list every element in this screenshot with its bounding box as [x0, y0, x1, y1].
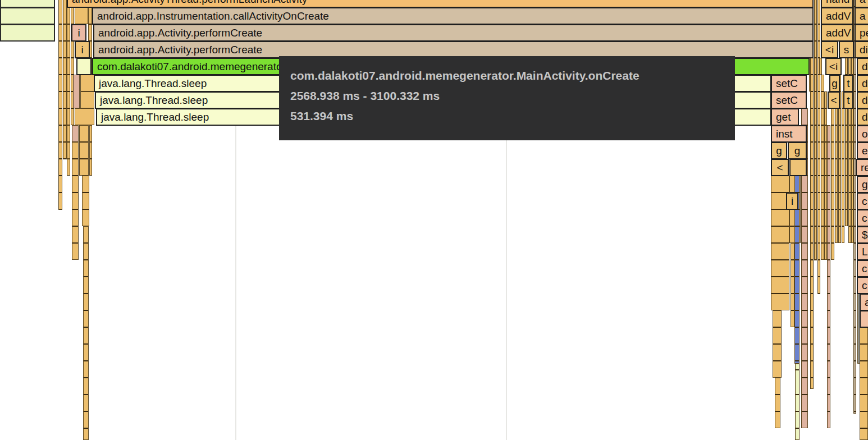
method-cell[interactable]: inst [771, 125, 807, 143]
call-stack-bar[interactable] [79, 125, 89, 176]
call-stack-bar[interactable] [75, 108, 94, 125]
tooltip-time-range: 2568.938 ms - 3100.332 ms [290, 90, 735, 102]
call-stack-bar[interactable] [73, 75, 80, 108]
method-cell[interactable]: i [786, 192, 798, 210]
method-cell[interactable]: t [843, 75, 853, 92]
method-cell[interactable]: c [857, 277, 868, 294]
flame-chart: android.app.ActivityThread.performLaunch… [0, 0, 868, 440]
method-cell[interactable]: d [857, 75, 868, 92]
method-cell[interactable]: <i [821, 41, 838, 58]
tooltip-method-name: com.dalakoti07.android.memegenerator.Mai… [290, 70, 735, 82]
call-stack-bar[interactable] [819, 58, 822, 75]
method-cell[interactable]: i [75, 41, 90, 58]
method-cell[interactable]: di [855, 41, 868, 58]
call-stack-bar[interactable] [831, 91, 834, 260]
call-stack-bar[interactable] [773, 310, 782, 378]
method-cell[interactable]: g [829, 75, 840, 92]
method-cell[interactable]: setC [771, 75, 807, 92]
method-cell[interactable]: < [828, 91, 840, 109]
method-cell[interactable]: s [839, 41, 854, 58]
call-stack-bar[interactable] [82, 176, 89, 226]
method-cell[interactable]: hand [821, 0, 853, 8]
method-cell[interactable]: re [856, 159, 868, 176]
call-stack-bar[interactable] [853, 0, 856, 414]
call-stack-bar[interactable] [63, 0, 67, 159]
call-stack-bar[interactable] [817, 0, 820, 294]
call-stack-bar[interactable] [835, 91, 838, 243]
method-cell[interactable]: L [857, 243, 868, 260]
method-cell[interactable]: t [843, 91, 853, 109]
method-cell[interactable] [76, 58, 92, 75]
method-cell[interactable]: <i [825, 58, 842, 75]
method-cell[interactable]: android.app.Activity.performCreate [93, 24, 814, 42]
thread-lane-block[interactable] [0, 7, 55, 25]
call-stack-bar[interactable] [80, 91, 94, 108]
method-cell[interactable]: a [855, 7, 868, 25]
method-cell[interactable]: c [857, 260, 868, 277]
method-cell[interactable]: g [788, 142, 807, 159]
method-cell[interactable]: android.app.ActivityThread.performLaunch… [67, 0, 814, 8]
method-cell[interactable]: d [857, 58, 868, 75]
method-cell[interactable]: get [771, 108, 799, 126]
method-cell[interactable]: e [857, 142, 868, 159]
call-stack-bar[interactable] [83, 226, 89, 440]
method-cell[interactable]: c [857, 209, 868, 227]
tooltip-duration: 531.394 ms [290, 110, 735, 122]
method-cell[interactable]: android.app.Instrumentation.callActivity… [92, 7, 814, 25]
method-cell[interactable]: a [860, 294, 868, 311]
call-stack-bar[interactable] [795, 364, 800, 440]
method-cell[interactable] [860, 310, 868, 328]
method-cell[interactable]: addV [821, 24, 853, 42]
call-stack-bar[interactable] [791, 243, 794, 327]
call-stack-bar[interactable] [89, 125, 92, 176]
thread-lane-block[interactable] [0, 24, 55, 42]
method-cell[interactable]: addV [821, 7, 853, 25]
call-stack-bar[interactable] [58, 0, 62, 210]
call-stack-bar[interactable] [72, 142, 79, 260]
call-stack-bar[interactable] [860, 327, 868, 440]
thread-lane-block[interactable] [0, 0, 55, 8]
call-stack-bar[interactable] [842, 91, 844, 243]
call-stack-bar[interactable] [80, 75, 94, 91]
method-cell[interactable]: d [857, 108, 868, 126]
method-cell[interactable]: pe [855, 24, 868, 42]
method-cell[interactable]: < [771, 159, 789, 176]
method-cell[interactable]: o [857, 125, 868, 143]
call-stack-bar[interactable] [67, 125, 70, 159]
call-stack-bar[interactable] [827, 125, 830, 428]
method-cell[interactable]: i [71, 24, 86, 42]
method-cell[interactable]: g [857, 176, 868, 193]
call-stack-bar[interactable] [72, 125, 79, 142]
method-cell[interactable]: c [857, 192, 868, 210]
method-cell[interactable]: a [855, 0, 868, 8]
call-stack-bar[interactable] [775, 378, 780, 428]
method-cell[interactable]: $ [857, 226, 868, 244]
call-stack-bar[interactable] [75, 7, 88, 24]
method-cell[interactable]: g [771, 142, 787, 159]
call-stack-bar[interactable] [814, 0, 817, 260]
method-cell[interactable] [789, 159, 807, 176]
method-tooltip: com.dalakoti07.android.memegenerator.Mai… [279, 56, 735, 140]
method-cell[interactable]: d [857, 91, 868, 109]
method-cell[interactable]: setC [771, 91, 807, 109]
